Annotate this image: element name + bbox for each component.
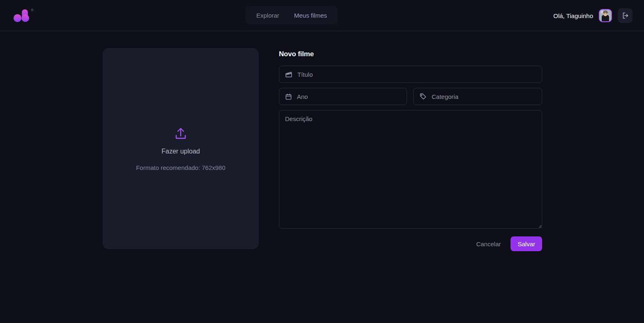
calendar-icon — [285, 93, 292, 101]
new-movie-form: Novo filme — [279, 48, 542, 251]
categoria-input[interactable] — [432, 93, 536, 100]
save-button[interactable]: Salvar — [511, 236, 542, 251]
registered-mark: ® — [31, 8, 34, 12]
user-greeting: Olá, Tiaguinho — [553, 12, 593, 19]
tag-icon — [419, 92, 427, 101]
app-logo[interactable]: ® — [12, 7, 34, 24]
titulo-field[interactable] — [279, 66, 542, 83]
upload-format-hint: Formato recomendado: 762x980 — [136, 164, 225, 171]
form-title: Novo filme — [279, 50, 542, 58]
clapperboard-icon — [285, 70, 293, 78]
form-actions: Cancelar Salvar — [279, 236, 542, 251]
upload-label: Fazer upload — [161, 148, 200, 155]
cancel-button[interactable]: Cancelar — [476, 241, 501, 247]
ano-field[interactable] — [279, 88, 407, 105]
main-nav: Explorar Meus filmes — [246, 6, 338, 24]
nav-item-explorar[interactable]: Explorar — [256, 12, 279, 19]
user-avatar[interactable] — [599, 9, 612, 22]
logout-icon — [621, 11, 629, 20]
nav-item-meus-filmes[interactable]: Meus filmes — [294, 12, 327, 19]
logout-button[interactable] — [618, 8, 632, 23]
ano-input[interactable] — [297, 93, 401, 100]
header-user-area: Olá, Tiaguinho — [553, 0, 632, 31]
ob-logo-icon — [12, 7, 30, 24]
main-content: Fazer upload Formato recomendado: 762x98… — [0, 31, 644, 323]
top-navbar: ® Explorar Meus filmes Olá, Tiaguinho — [0, 0, 644, 31]
poster-upload-dropzone[interactable]: Fazer upload Formato recomendado: 762x98… — [103, 48, 259, 249]
year-category-row — [279, 88, 542, 105]
categoria-field[interactable] — [413, 88, 542, 105]
upload-icon — [173, 126, 188, 141]
titulo-input[interactable] — [297, 71, 536, 78]
descricao-textarea[interactable] — [279, 110, 542, 229]
